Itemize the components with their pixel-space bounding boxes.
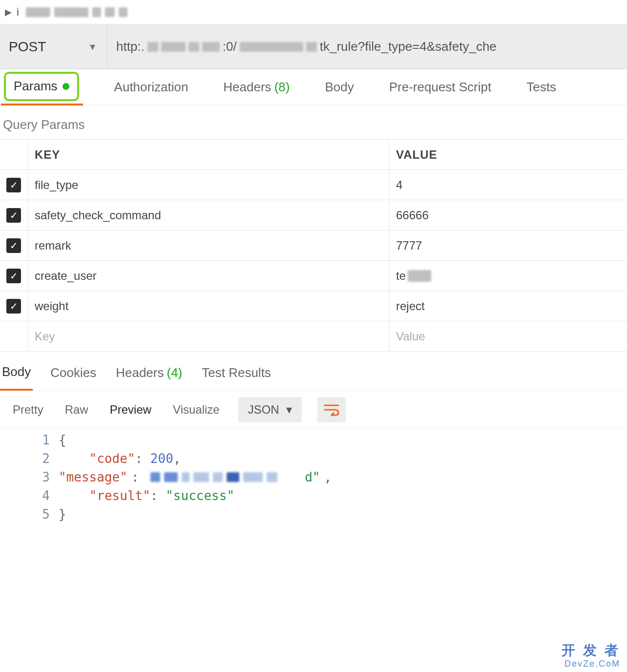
tab-params-label: Params [14, 79, 58, 94]
view-pretty-button[interactable]: Pretty [10, 399, 46, 420]
blurred-text [243, 472, 263, 482]
http-method-select[interactable]: POST ▾ [0, 24, 107, 69]
response-tabs: Body Cookies Headers (4) Test Results [0, 356, 627, 391]
blurred-text [119, 7, 127, 17]
response-tab-headers-label: Headers [116, 365, 164, 380]
response-tab-headers-count: (4) [167, 365, 182, 380]
param-key-cell[interactable]: weight [27, 291, 389, 321]
param-value-cell[interactable]: reject [389, 291, 627, 321]
param-value-text: te [396, 269, 406, 283]
params-header-key: KEY [27, 140, 389, 169]
tab-authorization[interactable]: Authorization [110, 69, 192, 105]
response-tab-body-label: Body [2, 364, 31, 379]
tab-params[interactable]: Params [1, 69, 83, 105]
param-value-cell[interactable]: 4 [389, 170, 627, 200]
tab-tests[interactable]: Tests [522, 69, 560, 105]
tab-body[interactable]: Body [321, 69, 357, 105]
blurred-text [105, 7, 115, 17]
blurred-text [306, 42, 317, 52]
response-format-label: JSON [248, 403, 279, 417]
url-text: :0/ [223, 39, 237, 54]
tab-prerequest[interactable]: Pre-request Script [385, 69, 496, 105]
blurred-text [227, 472, 239, 482]
view-visualize-button[interactable]: Visualize [170, 399, 223, 420]
param-value-cell[interactable]: 66666 [389, 200, 627, 230]
params-header-value: VALUE [389, 140, 627, 169]
wrap-lines-button[interactable] [317, 397, 346, 422]
table-row: ✓ safety_check_command 66666 [0, 200, 627, 231]
request-tab-label[interactable]: i [17, 6, 19, 19]
blurred-text [408, 270, 431, 282]
request-bar: POST ▾ http:. :0/ tk_rule?file_type=4&sa… [0, 24, 627, 69]
row-checkbox[interactable]: ✓ [6, 178, 21, 192]
chevron-down-icon: ▾ [286, 403, 292, 417]
table-row: ✓ remark 7777 [0, 231, 627, 261]
response-body-viewer[interactable]: 1 2 3 4 5 { "code": 200, "message": d", … [0, 429, 627, 525]
blurred-text [92, 7, 101, 17]
request-url-input[interactable]: http:. :0/ tk_rule?file_type=4&safety_ch… [107, 24, 627, 69]
blurred-text [193, 472, 209, 482]
blurred-text [267, 472, 277, 482]
request-tab-bar: ▶ i [0, 0, 627, 24]
tab-body-label: Body [325, 80, 354, 95]
url-text: tk_rule?file_type=4&safety_che [320, 39, 497, 54]
query-params-title: Query Params [0, 105, 627, 139]
tab-authorization-label: Authorization [114, 80, 188, 95]
http-method-label: POST [9, 39, 46, 55]
params-table: KEY VALUE ✓ file_type 4 ✓ safety_check_c… [0, 139, 627, 352]
response-tab-headers[interactable]: Headers (4) [114, 356, 184, 391]
param-value-placeholder[interactable]: Value [389, 321, 627, 351]
blurred-text [182, 472, 189, 482]
line-number-gutter: 1 2 3 4 5 [0, 431, 59, 524]
blurred-text [164, 472, 178, 482]
request-tabs: Params Authorization Headers (8) Body Pr… [0, 69, 627, 105]
response-tab-body[interactable]: Body [0, 356, 33, 391]
param-key-cell[interactable]: create_user [27, 261, 389, 291]
blurred-text [54, 7, 88, 17]
response-format-select[interactable]: JSON ▾ [238, 397, 302, 422]
blurred-text [202, 42, 220, 52]
params-header-row: KEY VALUE [0, 140, 627, 170]
row-checkbox[interactable]: ✓ [6, 269, 21, 283]
response-tab-test-results[interactable]: Test Results [200, 356, 273, 391]
tab-headers[interactable]: Headers (8) [219, 69, 293, 105]
response-body-toolbar: Pretty Raw Preview Visualize JSON ▾ [0, 391, 627, 429]
tab-headers-count: (8) [274, 80, 290, 95]
params-highlight-box: Params [4, 72, 79, 101]
row-checkbox[interactable]: ✓ [6, 238, 21, 253]
blurred-text [213, 472, 223, 482]
param-key-cell[interactable]: remark [27, 231, 389, 260]
blurred-text [188, 42, 199, 52]
table-row: ✓ weight reject [0, 291, 627, 321]
blurred-text [150, 472, 160, 482]
tab-prerequest-label: Pre-request Script [389, 80, 492, 95]
caret-right-icon: ▶ [5, 7, 12, 18]
row-checkbox[interactable]: ✓ [6, 208, 21, 223]
response-tab-cookies-label: Cookies [50, 365, 96, 380]
table-row: ✓ create_user te [0, 261, 627, 291]
table-row-new: Key Value [0, 321, 627, 352]
param-key-cell[interactable]: file_type [27, 170, 389, 200]
param-value-cell[interactable]: 7777 [389, 231, 627, 260]
param-value-cell[interactable]: te [389, 261, 627, 291]
response-code: { "code": 200, "message": d", "result": … [59, 431, 627, 524]
tab-headers-label: Headers [223, 80, 271, 95]
unsaved-dot-icon [63, 83, 69, 90]
table-row: ✓ file_type 4 [0, 170, 627, 200]
blurred-text [240, 42, 303, 52]
response-tab-test-results-label: Test Results [202, 365, 271, 380]
param-key-cell[interactable]: safety_check_command [27, 200, 389, 230]
tab-tests-label: Tests [526, 80, 556, 95]
chevron-down-icon: ▾ [90, 41, 95, 53]
view-raw-button[interactable]: Raw [62, 399, 91, 420]
url-text: http:. [116, 39, 145, 54]
response-tab-cookies[interactable]: Cookies [48, 356, 98, 391]
blurred-text [161, 42, 186, 52]
row-checkbox[interactable]: ✓ [6, 299, 21, 314]
view-preview-button[interactable]: Preview [107, 399, 154, 420]
blurred-text [26, 7, 50, 17]
blurred-text [147, 42, 158, 52]
param-key-placeholder[interactable]: Key [27, 321, 389, 351]
wrap-icon [324, 403, 339, 416]
